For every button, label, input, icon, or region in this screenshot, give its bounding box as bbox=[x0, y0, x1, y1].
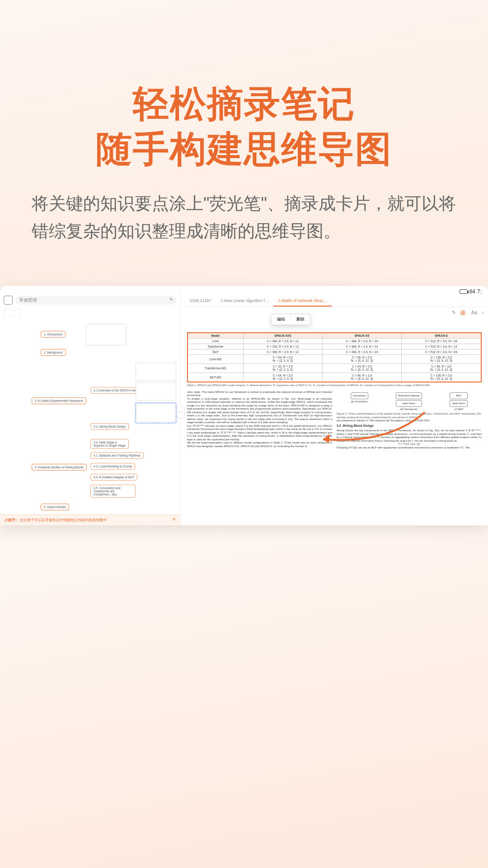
td: C = 192, R = 2.0, N = 12 bbox=[243, 344, 322, 349]
pencil-icon[interactable]: ✎ bbox=[169, 297, 173, 303]
mm-thumb-selected[interactable] bbox=[136, 403, 176, 423]
mm-node-3[interactable]: 3. A Unified Experimental Framework bbox=[32, 397, 86, 404]
th-xxs: SPACH-XXS bbox=[243, 333, 322, 339]
td: C = 512, R = 3.0, N = 12 bbox=[402, 344, 481, 349]
mm-node-4-3[interactable]: 4.3. Local Modeling is Crucial bbox=[90, 463, 135, 470]
mindmap-panel: 享做思维 ✎ 1. Introduction 2. Background 3.1… bbox=[0, 286, 181, 525]
tab-3-active[interactable]: A Battle of Network Struc… bbox=[273, 296, 332, 307]
tip-text: 在分屏下可以从享做笔记中拖拽笔记内容到思维导图中 bbox=[20, 518, 107, 522]
document-body[interactable]: Model SPACH-XXS SPACH-XS SPACH-S ConvC =… bbox=[181, 319, 488, 525]
td: C = 64, R = 2.0 Nₛ = {2, 2, 6, 2} bbox=[243, 354, 322, 363]
td: C = 512, R = 3.0, N = 24 bbox=[402, 349, 481, 354]
td: C = 384, R = 2.0, N = 24 bbox=[322, 349, 401, 354]
mm-node-1[interactable]: 1. Introduction bbox=[41, 331, 66, 338]
p: Mixing blocks are key components in the … bbox=[337, 429, 482, 443]
th-xs: SPACH-XS bbox=[322, 333, 401, 339]
diag-ln-1: Layer Norm. bbox=[396, 400, 422, 407]
figure-diagram: Convolution (a) Convolution Multi-head A… bbox=[337, 392, 482, 411]
mm-node-4-5[interactable]: 4.5. Convolution and Transformer are Com… bbox=[90, 485, 136, 498]
mm-node-2[interactable]: 2. Background bbox=[41, 349, 66, 356]
p: Following ViT [9], we use an MLP with ap… bbox=[337, 446, 482, 450]
td: Conv bbox=[188, 338, 243, 344]
doc-tabs: 2106.11297 A New Linear Algorithm f… A B… bbox=[181, 286, 488, 307]
diag-cap-b: (b) Transformer bbox=[396, 408, 422, 411]
mm-thumb-1[interactable] bbox=[86, 324, 127, 345]
paper-table: Model SPACH-XXS SPACH-XS SPACH-S ConvC =… bbox=[187, 332, 482, 382]
td: C = 384, R = 2.0, N = 12 bbox=[322, 344, 401, 349]
tool-lasso-icon[interactable] bbox=[14, 309, 22, 317]
hero-title-line2: 随手构建思维导图 bbox=[27, 127, 461, 172]
doc-toolbar: ✎ Ⓐ Aa › bbox=[181, 307, 488, 319]
th-model: Model bbox=[188, 333, 243, 339]
mm-thumb-3[interactable] bbox=[136, 382, 176, 401]
edit-pencil-icon[interactable]: ✎ bbox=[452, 310, 456, 316]
td: MLP-MS bbox=[188, 373, 243, 382]
th-s: SPACH-S bbox=[402, 333, 481, 339]
doc-col-left: utive steps. The name SPACH for our fram… bbox=[187, 391, 332, 449]
p: We list the hyper-parameters used in dif… bbox=[187, 441, 332, 448]
td: Conv-MS bbox=[188, 354, 243, 363]
app-window: 84 7: 享做思维 ✎ 1. Introduction 2. Backgrou… bbox=[0, 286, 488, 525]
diag-ln-2: Layer Norm. bbox=[450, 400, 468, 407]
td: C = 384, R = 2.0, N = 12 bbox=[243, 338, 322, 344]
p: Let I ∈ ℝ³ˣʰˣʷ denotes an input image, w… bbox=[187, 425, 332, 442]
font-size-button[interactable]: Aa bbox=[471, 310, 477, 316]
p: To enable a multi-stage variation, refer… bbox=[187, 397, 332, 425]
td: C = 384, R = 2.0, N = 12 bbox=[243, 349, 322, 354]
hero-subtitle: 将关键的知识要点涂上"荧光笔"、摘录成卡片，就可以将错综复杂的知识整理成清晰的思… bbox=[27, 190, 461, 245]
td: C = 128, R = 3.0 Nₛ = {3, 4, 12, 3} bbox=[402, 354, 481, 363]
mm-node-5[interactable]: 5. Hybrid Models bbox=[41, 504, 69, 510]
search-placeholder: 享做思维 bbox=[19, 297, 37, 303]
td: C = 64, R = 2.0 Nₛ = {3, 4, 12, 3} bbox=[322, 363, 401, 373]
td: Transformer-MS bbox=[188, 363, 243, 373]
p: are presented in Section 4. We measure t… bbox=[337, 419, 482, 423]
td: C = 96, R = 2.0 Nₛ = {3, 4, 12, 3} bbox=[322, 373, 401, 382]
mm-node-4-4[interactable]: 4.4. A Detailed Analysis of MLP bbox=[90, 474, 137, 481]
document-panel: ‹ › 2106.11297 A New Linear Algorithm f…… bbox=[181, 286, 488, 525]
figure-caption: Figure 2. Three implementations of the s… bbox=[337, 412, 482, 419]
section-heading: 3.2. Mixing Block Design bbox=[337, 424, 482, 428]
search-input[interactable]: 享做思维 ✎ bbox=[15, 296, 177, 305]
more-chevron-icon[interactable]: › bbox=[482, 310, 483, 316]
td: C = 64, R = 2.0 Nₛ = {2, 2, 6, 2} bbox=[243, 373, 322, 382]
diag-cap-a: (a) Convolution bbox=[351, 400, 368, 403]
td: C = 128, R = 3.0 Nₛ = {3, 4, 12, 3} bbox=[402, 373, 481, 382]
diag-conv: Convolution bbox=[351, 392, 368, 399]
tab-1[interactable]: 2106.11297 bbox=[185, 296, 216, 307]
hero-title-line1: 轻松摘录笔记 bbox=[27, 81, 461, 127]
diag-cap-c: (c) MLP bbox=[450, 408, 468, 411]
td: C = 384, R = 2.0, N = 24 bbox=[322, 338, 401, 344]
home-icon[interactable] bbox=[4, 296, 13, 305]
doc-col-right: Convolution (a) Convolution Multi-head A… bbox=[337, 391, 482, 449]
mm-node-4-1[interactable]: 4.2. Multi-Stage is Superior to Single-S… bbox=[90, 439, 129, 449]
table-caption: Table 1. SPACH and SPACH-MS model varian… bbox=[187, 384, 482, 387]
diag-mlp: MLP bbox=[450, 392, 468, 399]
mm-thumb-2[interactable] bbox=[136, 363, 176, 381]
td: C = 96, R = 3.0 Nₛ = {3, 4, 12, 3} bbox=[402, 363, 481, 373]
td: MLP bbox=[188, 349, 243, 354]
mindmap-canvas[interactable]: 1. Introduction 2. Background 3.1 Overvi… bbox=[0, 319, 180, 525]
diag-attn: Multi-head Attention bbox=[396, 392, 422, 399]
tool-magic-icon[interactable] bbox=[4, 309, 12, 317]
td: C = 32, R = 2.0 Nₛ = {2, 2, 6, 2} bbox=[243, 363, 322, 373]
mm-node-4[interactable]: 4. Empirical Studies on Mixing Blocks bbox=[32, 464, 87, 471]
tip-label: 小技巧： bbox=[5, 518, 19, 522]
tab-2[interactable]: A New Linear Algorithm f… bbox=[216, 296, 274, 307]
mm-node-4-2[interactable]: 4.1. Datasets and Training Pipelines bbox=[90, 452, 144, 459]
td: Transformer bbox=[188, 344, 243, 349]
td: C = 512, R = 3.0, N = 24 bbox=[402, 338, 481, 344]
annotation-mode-icon[interactable]: Ⓐ bbox=[460, 310, 467, 316]
td: C = 96, R = 2.0 Nₛ = {3, 4, 12, 3} bbox=[322, 354, 401, 363]
mm-node-3-2[interactable]: 3.2. Mixing Block Design bbox=[90, 423, 129, 430]
equation: Y = ℱc(ℱₛ(X)). (1) bbox=[337, 443, 482, 446]
tip-close-icon[interactable]: ⊗ bbox=[173, 517, 176, 521]
p: utive steps. The name SPACH for our fram… bbox=[187, 391, 332, 397]
tip-bar: 小技巧： 在分屏下可以从享做笔记中拖拽笔记内容到思维导图中 ⊗ bbox=[0, 514, 180, 525]
